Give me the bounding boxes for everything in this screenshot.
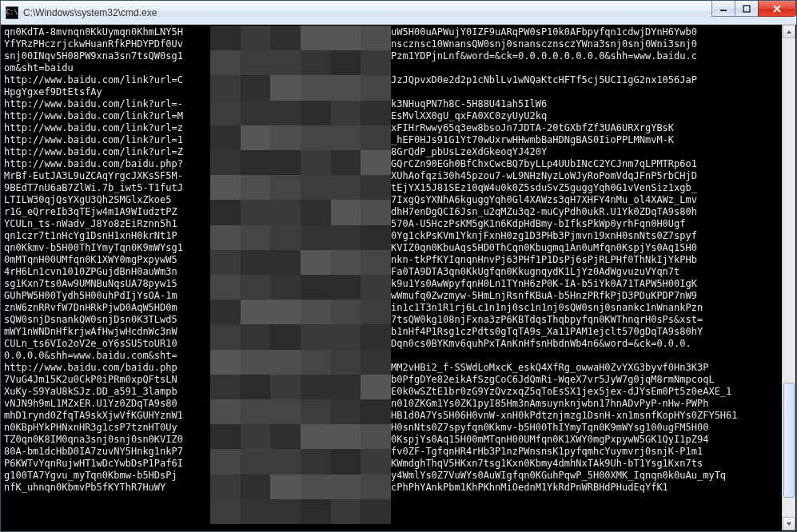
cmd-icon: C:\: [6, 6, 18, 19]
titlebar[interactable]: C:\ C:\Windows\system32\cmd.exe: [1, 1, 796, 25]
scroll-thumb[interactable]: [783, 383, 795, 498]
scroll-up-button[interactable]: [783, 25, 795, 38]
close-button[interactable]: [758, 1, 796, 17]
console-output[interactable]: qn0KdTA-8mvnqn0KkUymqn0KhmLNY5H 5HD0UAuW…: [1, 25, 796, 531]
svg-rect-1: [743, 6, 750, 12]
window-title: C:\Windows\system32\cmd.exe: [23, 7, 157, 18]
vertical-scrollbar[interactable]: [782, 25, 795, 530]
window-controls: [712, 1, 796, 17]
maximize-button[interactable]: [735, 1, 759, 17]
scroll-track[interactable]: [783, 38, 795, 517]
minimize-button[interactable]: [711, 1, 735, 17]
scroll-down-button[interactable]: [783, 517, 795, 530]
svg-rect-0: [720, 10, 727, 11]
cmd-window: C:\ C:\Windows\system32\cmd.exe qn0KdTA-…: [0, 0, 797, 532]
